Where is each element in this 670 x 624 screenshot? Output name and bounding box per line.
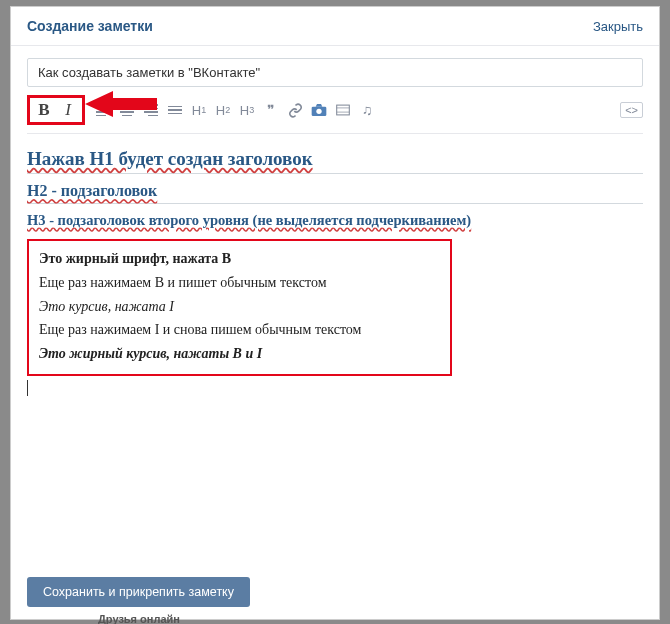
editor-area[interactable]: Нажав H1 будет создан заголовок H2 - под…	[27, 144, 643, 553]
heading-1: Нажав H1 будет создан заголовок	[27, 148, 643, 174]
modal-footer: Сохранить и прикрепить заметку	[11, 565, 659, 619]
annotation-sample-box: Это жирный шрифт, нажата B Еще раз нажим…	[27, 239, 452, 376]
quote-button[interactable]: ❞	[260, 99, 282, 121]
list-button[interactable]	[164, 99, 186, 121]
modal-header: Создание заметки Закрыть	[11, 7, 659, 46]
camera-icon	[311, 103, 327, 117]
align-right-icon	[144, 104, 158, 116]
h2-button[interactable]: H2	[212, 99, 234, 121]
modal-body: B I H1 H2 H3 ❞	[11, 46, 659, 565]
bg-friends-label: Друзья онлайн	[98, 613, 180, 624]
align-left-button[interactable]	[92, 99, 114, 121]
italic-sample: Это курсив, нажата I	[39, 295, 440, 319]
align-center-button[interactable]	[116, 99, 138, 121]
save-attach-button[interactable]: Сохранить и прикрепить заметку	[27, 577, 250, 607]
video-icon	[336, 103, 350, 117]
toolbar: B I H1 H2 H3 ❞	[27, 95, 643, 134]
italic-button[interactable]: I	[57, 99, 79, 121]
align-left-icon	[96, 104, 110, 116]
h3-button[interactable]: H3	[236, 99, 258, 121]
normal-sample-2: Еще раз нажимаем I и снова пишем обычным…	[39, 318, 440, 342]
audio-button[interactable]: ♫	[356, 99, 378, 121]
note-title-input[interactable]	[27, 58, 643, 87]
h1-button[interactable]: H1	[188, 99, 210, 121]
link-icon	[288, 103, 303, 118]
video-button[interactable]	[332, 99, 354, 121]
align-center-icon	[120, 104, 134, 116]
text-cursor	[27, 380, 643, 396]
bold-italic-sample: Это жирный курсив, нажаты B и I	[39, 342, 440, 366]
normal-sample-1: Еще раз нажимаем B и пишет обычным текст…	[39, 271, 440, 295]
bold-italic-highlight-box: B I	[27, 95, 85, 125]
bold-sample: Это жирный шрифт, нажата B	[39, 247, 440, 271]
heading-3: H3 - подзаголовок второго уровня (не выд…	[27, 212, 643, 229]
note-editor-modal: Создание заметки Закрыть B I	[10, 6, 660, 620]
html-mode-button[interactable]: <>	[620, 102, 643, 118]
photo-button[interactable]	[308, 99, 330, 121]
svg-rect-3	[337, 105, 350, 115]
bold-button[interactable]: B	[33, 99, 55, 121]
list-icon	[168, 106, 182, 115]
modal-title: Создание заметки	[27, 18, 153, 34]
close-button[interactable]: Закрыть	[593, 19, 643, 34]
heading-2: H2 - подзаголовок	[27, 182, 643, 204]
align-right-button[interactable]	[140, 99, 162, 121]
link-button[interactable]	[284, 99, 306, 121]
svg-point-2	[316, 109, 321, 114]
